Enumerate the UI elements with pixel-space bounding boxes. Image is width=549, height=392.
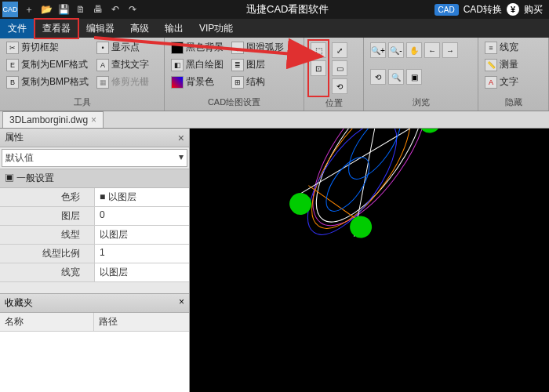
menu-file[interactable]: 文件: [0, 19, 35, 38]
group-position-label: 位置: [307, 97, 360, 110]
group-tools-label: 工具: [3, 96, 161, 109]
rotate-button[interactable]: ⟲: [332, 78, 347, 94]
save-icon[interactable]: 💾: [55, 2, 72, 17]
prop-key: 线型比例: [0, 245, 94, 263]
fit-drawing-button[interactable]: ⊡: [311, 60, 326, 76]
smooth-arc-button[interactable]: ◡圆滑弧形: [228, 39, 287, 56]
prop-key: 图层: [0, 207, 94, 225]
wireframe-drawing: [190, 129, 549, 392]
document-tab[interactable]: 3DLamborgini.dwg ×: [2, 111, 104, 128]
menubar: 文件 查看器 编辑器 高级 输出 VIP功能: [0, 19, 549, 38]
bgcolor-icon: [171, 76, 184, 89]
prop-row[interactable]: 线型以图层: [0, 226, 189, 245]
redo-icon[interactable]: ↷: [124, 2, 141, 17]
linewidth-button[interactable]: ≡线宽: [482, 39, 522, 56]
measure-button[interactable]: 📏测量: [482, 56, 522, 73]
zoom-sel-button[interactable]: ▭: [332, 60, 347, 76]
fav-columns: 名称 路径: [0, 313, 189, 332]
zoom-region-button[interactable]: ▣: [406, 69, 422, 85]
emf-icon: E: [6, 59, 19, 71]
undo-icon[interactable]: ↶: [107, 2, 124, 17]
group-hide-label: 隐藏: [482, 96, 545, 109]
tab-filename: 3DLamborgini.dwg: [9, 114, 88, 125]
properties-header: 属性×: [0, 129, 189, 147]
zoom-plus-button[interactable]: 🔍: [388, 69, 404, 85]
trim-raster-button: ▦修剪光栅: [93, 74, 152, 90]
clip-frame-button[interactable]: ✂剪切框架: [3, 39, 92, 56]
prop-value[interactable]: 1: [94, 245, 189, 263]
titlebar: CAD ＋ 📂 💾 🗎 🖶 ↶ ↷ 迅捷CAD看图软件 CAD CAD转换 ¥ …: [0, 0, 549, 19]
show-point-button[interactable]: •显示点: [93, 39, 152, 56]
favorites-list: [0, 332, 189, 392]
prop-value[interactable]: 0: [94, 207, 189, 225]
buy-link[interactable]: 购买: [524, 3, 543, 16]
black-bg-button[interactable]: 黑色背景: [168, 39, 227, 56]
layers-button[interactable]: ≣图层: [228, 56, 287, 73]
bmp-icon: B: [6, 76, 19, 89]
text-button[interactable]: A文字: [482, 74, 522, 90]
zoom-in-button[interactable]: 🔍+: [370, 42, 386, 58]
struct-icon: ⊞: [231, 76, 244, 89]
document-tabbar: 3DLamborgini.dwg ×: [0, 111, 549, 129]
clip-icon: ✂: [6, 42, 19, 54]
group-browse-label: 浏览: [367, 96, 474, 109]
prop-key: 色彩: [0, 188, 94, 206]
prop-row[interactable]: 色彩■ 以图层: [0, 188, 189, 207]
zoom-out-button[interactable]: 🔍-: [388, 42, 404, 58]
next-view-button[interactable]: →: [442, 42, 458, 58]
trim-icon: ▦: [96, 76, 109, 89]
menu-vip[interactable]: VIP功能: [191, 19, 241, 38]
svg-point-11: [285, 188, 316, 219]
measure-icon: 📏: [485, 59, 497, 71]
prop-group-general[interactable]: ▣ 一般设置: [0, 169, 189, 188]
bgcolor-button[interactable]: 背景色: [168, 74, 227, 90]
yen-icon: ¥: [507, 3, 519, 16]
prev-view-button[interactable]: ←: [424, 42, 440, 58]
app-icon: CAD: [2, 2, 18, 17]
fav-col-path[interactable]: 路径: [94, 313, 122, 331]
saveall-icon[interactable]: 🗎: [72, 2, 89, 17]
drawing-viewport[interactable]: [190, 129, 549, 392]
prop-row[interactable]: 线宽以图层: [0, 263, 189, 282]
zoom-ext-button[interactable]: ⤢: [332, 42, 347, 58]
left-panel: 属性× 默认值▾ ▣ 一般设置 色彩■ 以图层图层0线型以图层线型比例1线宽以图…: [0, 129, 190, 392]
group-cad-label: CAD绘图设置: [168, 96, 300, 109]
fav-col-name[interactable]: 名称: [0, 313, 94, 331]
prop-row[interactable]: 线型比例1: [0, 245, 189, 263]
find-text-button[interactable]: A查找文字: [93, 56, 152, 73]
app-title: 迅捷CAD看图软件: [141, 2, 434, 16]
zoom-reset-button[interactable]: ⟲: [370, 69, 386, 85]
open-icon[interactable]: 📂: [38, 2, 55, 17]
tab-close-icon[interactable]: ×: [91, 114, 96, 125]
copy-bmp-button[interactable]: B复制为BMP格式: [3, 74, 92, 90]
prop-value[interactable]: 以图层: [94, 263, 189, 281]
default-combo[interactable]: 默认值▾: [2, 149, 187, 167]
new-icon[interactable]: ＋: [20, 2, 38, 17]
arc-icon: ◡: [231, 42, 244, 54]
blackbg-icon: [171, 42, 184, 54]
menu-output[interactable]: 输出: [157, 19, 191, 38]
cad-convert-link[interactable]: CAD转换: [464, 3, 502, 16]
prop-row[interactable]: 图层0: [0, 207, 189, 226]
layers-icon: ≣: [231, 59, 244, 71]
print-icon[interactable]: 🖶: [89, 2, 107, 17]
pan-button[interactable]: ✋: [406, 42, 422, 58]
fit-window-button[interactable]: ⬚: [311, 42, 326, 58]
ribbon: ✂剪切框架 E复制为EMF格式 B复制为BMP格式 •显示点 A查找文字 ▦修剪…: [0, 38, 549, 111]
svg-point-8: [414, 129, 445, 137]
find-icon: A: [96, 59, 109, 71]
menu-editor[interactable]: 编辑器: [78, 19, 122, 38]
menu-advanced[interactable]: 高级: [122, 19, 157, 38]
svg-point-10: [346, 212, 376, 242]
panel-close-icon[interactable]: ×: [178, 132, 184, 144]
fav-close-icon[interactable]: ×: [179, 296, 184, 310]
favorites-header: 收藏夹×: [0, 293, 189, 313]
bw-icon: ◧: [171, 59, 184, 71]
structure-button[interactable]: ⊞结构: [228, 74, 287, 90]
copy-emf-button[interactable]: E复制为EMF格式: [3, 56, 92, 73]
bw-draw-button[interactable]: ◧黑白绘图: [168, 56, 227, 73]
prop-key: 线宽: [0, 263, 94, 281]
prop-value[interactable]: 以图层: [94, 226, 189, 244]
menu-viewer[interactable]: 查看器: [35, 19, 78, 38]
prop-value[interactable]: ■ 以图层: [94, 188, 189, 206]
